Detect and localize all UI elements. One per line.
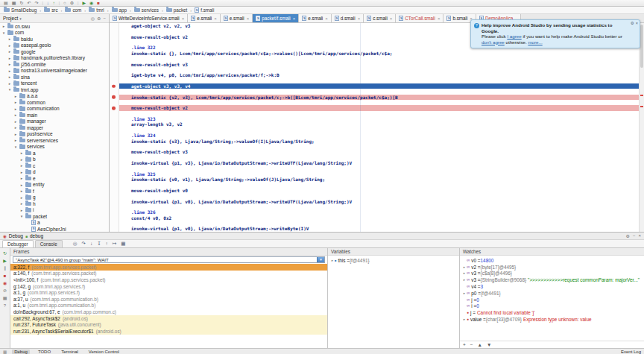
help-icon[interactable]: ? (4, 303, 6, 308)
editor-gutter[interactable] (110, 78, 119, 83)
tree-item[interactable]: ▸e (0, 175, 109, 182)
tree-item[interactable]: ▸a (0, 150, 109, 157)
tree-item[interactable]: ▸f (0, 188, 109, 195)
breakpoint-icon[interactable] (112, 84, 116, 88)
code-text[interactable]: .line 324 (119, 133, 644, 138)
stop-icon[interactable]: ■ (97, 1, 100, 6)
stop-icon[interactable]: ■ (4, 274, 7, 278)
tree-arrow-icon[interactable]: ▸ (13, 107, 18, 111)
watch-row[interactable]: ▸∞p0 = {f@4491} (460, 290, 644, 297)
pause-icon[interactable]: ∥ (4, 266, 6, 271)
editor-gutter[interactable] (110, 171, 119, 177)
debug-icon[interactable]: ◉ (89, 1, 93, 6)
tree-arrow-icon[interactable]: ▸ (19, 170, 24, 174)
tree-item[interactable]: ▾services (0, 144, 109, 151)
editor-gutter[interactable] (110, 215, 119, 221)
frame-row[interactable]: a:322, f(com.tmri.app.services.packet) (10, 264, 327, 271)
breadcrumb-item[interactable]: tmri (88, 7, 105, 13)
editor-gutter[interactable] (110, 67, 119, 72)
editor-gutter[interactable] (110, 34, 119, 39)
run-to-cursor-icon[interactable]: ↦ (113, 241, 116, 247)
editor-gutter[interactable] (110, 100, 119, 105)
tree-item[interactable]: ▸h (0, 200, 109, 207)
code-text[interactable] (119, 78, 644, 83)
gear-icon[interactable]: ⚙ (631, 21, 634, 27)
editor-gutter[interactable] (110, 193, 119, 198)
undo-icon[interactable]: ↶ (27, 1, 31, 6)
editor-gutter[interactable] (110, 221, 119, 226)
editor-gutter[interactable] (110, 121, 119, 127)
close-tab-icon[interactable]: × (390, 16, 393, 21)
tree-item[interactable]: ▸g (0, 195, 109, 201)
code-text[interactable]: move-result-object v3 (119, 149, 644, 154)
tree-arrow-icon[interactable]: ▸ (19, 157, 24, 162)
editor-gutter[interactable] (110, 116, 119, 121)
watch-row[interactable]: ∞v0 = 14800 (460, 257, 644, 264)
breadcrumb-item[interactable]: app (111, 7, 128, 13)
debug-tab-debugger[interactable]: Debugger (2, 240, 34, 247)
code-text[interactable]: iget-byte v4, p0, Lcom/tmri/app/services… (119, 72, 644, 78)
i-agree-link[interactable]: I agree (507, 34, 521, 39)
frame-row[interactable]: run:231, AsyncTask$SerialExecutor$1(andr… (10, 328, 327, 335)
tree-item[interactable]: ▸google (0, 48, 109, 55)
code-text[interactable] (119, 144, 644, 149)
editor-gutter[interactable] (110, 23, 119, 28)
tree-arrow-icon[interactable]: ▸ (19, 195, 24, 200)
code-text[interactable]: .line 326 (119, 209, 644, 215)
show-execution-point-icon[interactable]: ◎ (73, 241, 78, 247)
editor-gutter[interactable] (110, 226, 119, 231)
settings-icon[interactable]: ⚙ (626, 233, 630, 238)
statusbar-item-debug[interactable]: Debug (12, 350, 30, 354)
view-breakpoints-icon[interactable]: ◉ (3, 281, 7, 285)
watch-row[interactable]: ∞v4 = 3 (460, 283, 644, 290)
tree-arrow-icon[interactable]: ▸ (7, 75, 12, 79)
editor-gutter[interactable] (110, 39, 119, 45)
tree-arrow-icon[interactable]: ▸ (19, 189, 24, 193)
close-icon[interactable]: × (638, 233, 641, 238)
code-text[interactable] (119, 127, 644, 133)
statusbar-item-terminal[interactable]: Terminal (59, 350, 80, 354)
tree-item[interactable]: ▸pushservice (0, 131, 109, 138)
tree-item[interactable]: ▸i (0, 207, 109, 214)
code-text[interactable]: invoke-virtual {p1, v0}, Ljava/io/DataOu… (119, 226, 644, 231)
tree-item[interactable]: ▸mapper (0, 124, 109, 131)
watch-row[interactable]: ▸∞v2 = {byte[17]@4495} (460, 264, 644, 271)
editor-gutter[interactable] (110, 51, 119, 56)
code-text[interactable]: .line 325 (119, 171, 644, 177)
tree-arrow-icon[interactable]: ▾ (19, 214, 24, 218)
tree-arrow-icon[interactable]: ▸ (19, 151, 24, 155)
editor-tab[interactable]: Sd.smali× (332, 14, 364, 22)
editor-gutter[interactable] (110, 83, 119, 89)
frame-row[interactable]: a:1, u(com.tmri.app.communication.b) (10, 303, 327, 309)
frame-row[interactable]: call:292, AsyncTask$2(android.os) (10, 315, 327, 322)
breadcrumb-item[interactable]: services (133, 7, 160, 13)
editor-gutter[interactable] (110, 160, 119, 165)
breakpoint-icon[interactable] (112, 95, 116, 99)
minimize-icon[interactable]: − (633, 233, 636, 238)
project-panel-title[interactable]: Project (3, 16, 18, 21)
tree-arrow-icon[interactable]: ▸ (19, 163, 24, 168)
thread-selector[interactable]: "AsyncTask #2"@4,490 in group "main": WA… (13, 256, 325, 263)
editor-gutter[interactable] (110, 133, 119, 138)
code-editor[interactable]: aget-object v2, v2, v3 move-result-objec… (110, 23, 644, 232)
vcs-commit-icon[interactable]: ↑ (53, 1, 55, 6)
code-text[interactable]: move-result-object v0 (119, 188, 644, 193)
tree-item[interactable]: ▸c (0, 162, 109, 169)
close-tab-icon[interactable]: × (214, 16, 217, 21)
tree-item[interactable]: ▾tmri.app (0, 86, 109, 93)
code-text[interactable] (119, 67, 644, 72)
tree-item[interactable]: ▸j256.ormlite (0, 61, 109, 68)
close-tab-icon[interactable]: × (325, 16, 328, 21)
code-text[interactable]: invoke-static {v0, v1}, Ljava/lang/Strin… (119, 177, 644, 182)
watch-row[interactable]: ▸∞v3 = {c$a[8]@4496} (460, 271, 644, 277)
code-text[interactable] (119, 89, 644, 94)
code-text[interactable]: invoke-static {v2, v3}, Lcom/tmri/app/se… (119, 95, 644, 100)
tree-item[interactable]: ▸common (0, 99, 109, 106)
code-text[interactable]: .line 323 (119, 116, 644, 121)
code-text[interactable] (119, 56, 644, 61)
tree-item[interactable]: ▸handmark.pulltorefresh.library (0, 55, 109, 62)
tree-arrow-icon[interactable]: ▸ (13, 138, 18, 142)
frame-row[interactable]: run:237, FutureTask(java.util.concurrent… (10, 321, 327, 328)
tree-item[interactable]: ▸a.a.a (0, 93, 109, 100)
tree-arrow-icon[interactable]: ▾ (1, 31, 6, 35)
